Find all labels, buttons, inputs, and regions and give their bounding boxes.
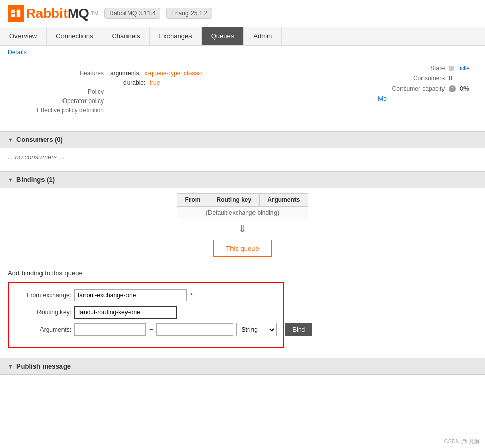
effective-policy-value <box>110 107 477 114</box>
routing-key-input[interactable] <box>74 306 177 319</box>
consumer-capacity-label: Consumer capacity <box>378 85 445 92</box>
durable-label <box>8 79 110 86</box>
col-arguments: Arguments <box>260 194 308 207</box>
consumer-capacity-row: Consumer capacity ? 0% <box>378 85 470 92</box>
add-binding-title: Add binding to this queue <box>8 269 477 277</box>
content: Details Features arguments: x-queue-type… <box>0 46 485 375</box>
state-label: State <box>378 65 445 72</box>
args-type-select[interactable]: String Number Boolean <box>236 323 277 336</box>
publish-section-title: Publish message <box>16 362 71 370</box>
nav-queues[interactable]: Queues <box>202 27 244 45</box>
arguments-form-label: Arguments: <box>15 326 71 333</box>
header: RabbitMQ TM RabbitMQ 3.11.4 Erlang 25.1.… <box>0 0 485 27</box>
flow-arrow: ⇓ <box>8 219 477 238</box>
default-binding-text: (Default exchange binding) <box>206 209 279 216</box>
consumers-section-title: Consumers (0) <box>16 136 63 144</box>
from-exchange-row: From exchange: * <box>15 289 277 301</box>
durable-key: durable: <box>123 79 145 86</box>
bindings-arrow: ▼ <box>8 177 13 183</box>
bindings-section-header[interactable]: ▼ Bindings (1) <box>0 171 485 188</box>
nav-overview[interactable]: Overview <box>0 27 47 45</box>
consumers-section-header[interactable]: ▼ Consumers (0) <box>0 131 485 148</box>
operator-policy-label: Operator policy <box>8 97 110 105</box>
breadcrumb-link[interactable]: Details <box>8 49 27 56</box>
bind-button[interactable]: Bind <box>285 323 312 336</box>
publish-section-header[interactable]: ▼ Publish message <box>0 358 485 375</box>
bindings-center: From Routing key Arguments (Default exch… <box>8 193 477 259</box>
args-key-input[interactable] <box>74 323 146 336</box>
col-routing-key: Routing key <box>208 194 260 207</box>
nav-connections[interactable]: Connections <box>47 27 102 45</box>
consumers-arrow: ▼ <box>8 137 13 143</box>
logo: RabbitMQ TM <box>8 5 98 22</box>
nav-admin[interactable]: Admin <box>244 27 282 45</box>
state-value: idle <box>460 65 470 72</box>
no-consumers-text: ... no consumers ... <box>8 153 65 161</box>
arguments-value: x-queue-type: classic <box>144 70 202 77</box>
effective-policy-label: Effective policy definition <box>8 107 110 114</box>
svg-rect-1 <box>11 14 15 17</box>
right-info-panel: State idle Consumers 0 Consumer capacity… <box>378 65 470 106</box>
binding-form: From exchange: * Routing key: Arguments:… <box>8 282 284 348</box>
nav-channels[interactable]: Channels <box>102 27 150 45</box>
logo-text: RabbitMQ <box>26 6 89 22</box>
consumers-value: 0 <box>449 75 452 82</box>
this-queue-box: This queue <box>213 240 271 257</box>
bindings-table: From Routing key Arguments (Default exch… <box>177 193 308 219</box>
state-row: State idle <box>378 65 470 72</box>
bindings-section-content: From Routing key Arguments (Default exch… <box>0 188 485 353</box>
from-exchange-label: From exchange: <box>15 292 71 299</box>
required-star: * <box>190 292 193 299</box>
col-from: From <box>177 194 208 207</box>
routing-key-row: Routing key: <box>15 306 277 319</box>
more-label: Me <box>378 95 387 103</box>
nav-exchanges[interactable]: Exchanges <box>150 27 201 45</box>
more-row: Me <box>378 95 470 103</box>
durable-val: true <box>150 79 160 86</box>
bindings-section-title: Bindings (1) <box>16 176 55 184</box>
binding-row-1: (Default exchange binding) <box>177 207 308 219</box>
nav: Overview Connections Channels Exchanges … <box>0 27 485 46</box>
help-icon[interactable]: ? <box>449 85 456 92</box>
features-label: Features <box>8 70 110 77</box>
svg-rect-2 <box>17 10 20 17</box>
policy-label: Policy <box>8 88 110 95</box>
routing-key-label: Routing key: <box>15 309 71 316</box>
publish-arrow: ▼ <box>8 363 13 370</box>
consumer-capacity-value: 0% <box>460 85 469 92</box>
add-binding-wrapper: Add binding to this queue From exchange:… <box>8 269 477 348</box>
details-section: Features arguments: x-queue-type: classi… <box>0 59 485 126</box>
consumers-label: Consumers <box>378 75 445 82</box>
consumers-row: Consumers 0 <box>378 75 470 82</box>
svg-rect-0 <box>11 10 15 13</box>
args-value-input[interactable] <box>156 323 233 336</box>
state-dot <box>449 66 454 71</box>
from-exchange-input[interactable] <box>74 289 187 301</box>
effective-policy-row: Effective policy definition <box>8 107 477 114</box>
logo-tm: TM <box>91 11 98 16</box>
logo-icon <box>8 5 24 22</box>
equals-sign: = <box>149 326 153 334</box>
arguments-key: arguments: <box>110 70 141 77</box>
erlang-badge: Erlang 25.1.2 <box>166 8 212 19</box>
consumers-section-content: ... no consumers ... <box>0 148 485 166</box>
breadcrumb: Details <box>0 46 485 59</box>
this-queue-box-wrapper: This queue <box>8 238 477 259</box>
version-badge: RabbitMQ 3.11.4 <box>104 8 160 19</box>
arguments-row: Arguments: = String Number Boolean <box>15 323 277 336</box>
default-binding-cell: (Default exchange binding) <box>177 207 308 219</box>
